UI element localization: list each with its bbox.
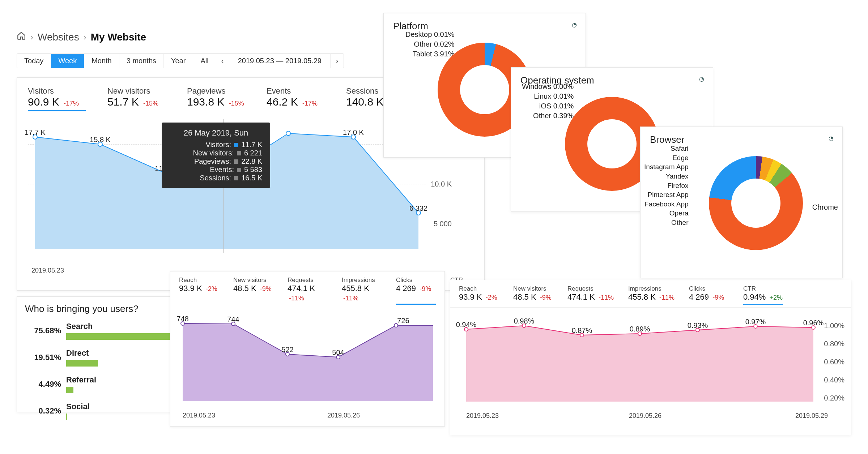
pt-label: 748	[176, 315, 188, 323]
pt-label: 0.96%	[803, 319, 824, 327]
legend-item: Yandex	[644, 172, 689, 181]
breadcrumb: › Websites › My Website	[17, 31, 146, 43]
traffic-row-direct[interactable]: 19.51% Direct	[25, 348, 189, 367]
legend-item: Tablet 3.91%	[405, 49, 455, 59]
clicks-card: Reach 93.9 K -2% New visitors 48.5 K -9%…	[170, 271, 445, 427]
stat-new visitors[interactable]: New visitors 51.7 K -15%	[107, 86, 165, 111]
stat-clicks[interactable]: Clicks 4 269 -9%	[689, 285, 729, 305]
stat-reach[interactable]: Reach 93.9 K -2%	[179, 277, 219, 305]
tab-month[interactable]: Month	[84, 54, 119, 68]
stat-impressions[interactable]: Impressions 455.8 K -11%	[628, 285, 675, 305]
chevron-right-icon: ›	[30, 32, 33, 42]
legend-item: Desktop 0.01%	[405, 30, 455, 39]
stat-new visitors[interactable]: New visitors 48.5 K -9%	[233, 277, 273, 305]
tab-3months[interactable]: 3 months	[119, 54, 164, 68]
x-label: 2019.05.23	[31, 267, 64, 274]
browser-card: Browser ◔ Safari Edge Instagram App Yand…	[640, 127, 843, 278]
legend-item: Other 0.39%	[522, 111, 574, 121]
pt-label: 744	[227, 315, 239, 324]
card-title: Browser	[641, 127, 842, 145]
refresh-icon[interactable]: ◔	[829, 135, 834, 142]
legend-item: Edge	[644, 153, 689, 163]
ctr-card: Reach 93.9 K -2% New visitors 48.5 K -9%…	[450, 280, 851, 435]
legend-item: Linux 0.01%	[522, 91, 574, 101]
x-label: 2019.05.26	[629, 412, 661, 420]
stat-requests[interactable]: Requests 474.1 K -11%	[567, 285, 614, 305]
pt-label: 726	[397, 317, 409, 325]
range-tabs: Today Week Month 3 months Year All ‹ 201…	[17, 53, 344, 68]
tooltip-title: 26 May 2019, Sun	[170, 128, 262, 138]
pt-label: 0.98%	[514, 317, 535, 325]
stat-reach[interactable]: Reach 93.9 K -2%	[459, 285, 499, 305]
stat-visitors[interactable]: Visitors 90.9 K -17%	[28, 86, 86, 111]
y-tick: 5 000	[434, 220, 452, 228]
legend-item: Other 0.02%	[405, 39, 455, 49]
legend-item: iOS 0.01%	[522, 101, 574, 111]
pt-label: 0.97%	[745, 318, 766, 326]
y-tick: 0.80%	[824, 340, 844, 348]
stat-clicks[interactable]: Clicks 4 269 -9%	[396, 277, 436, 305]
pt-label: 522	[281, 346, 293, 354]
stat-row: Reach 93.9 K -2% New visitors 48.5 K -9%…	[170, 271, 444, 307]
tab-week[interactable]: Week	[51, 54, 84, 68]
crumb-websites[interactable]: Websites	[38, 31, 79, 43]
legend-item: Facebook App	[644, 200, 689, 209]
refresh-icon[interactable]: ◔	[699, 76, 704, 82]
y-tick: 10.0 K	[431, 180, 452, 188]
pt-label: 0.87%	[572, 326, 592, 335]
stat-row: Reach 93.9 K -2% New visitors 48.5 K -9%…	[450, 280, 851, 308]
traffic-title: Who is bringing you users?	[25, 303, 189, 314]
legend-item: Opera	[644, 209, 689, 218]
refresh-icon[interactable]: ◔	[572, 21, 577, 28]
x-label: 2019.05.23	[466, 412, 499, 420]
legend-item: Instagram App	[644, 162, 689, 172]
stat-impressions[interactable]: Impressions 455.8 K -11%	[342, 277, 382, 305]
traffic-row-referral[interactable]: 4.49% Referral	[25, 375, 189, 393]
pt-label: 0.89%	[630, 325, 650, 333]
y-tick: 0.20%	[824, 394, 844, 402]
tab-all[interactable]: All	[193, 54, 216, 68]
x-label: 2019.05.29	[795, 412, 828, 420]
clicks-chart[interactable]: 748 744 522 504 726 2019.05.23 2019.05.2…	[179, 311, 436, 419]
chart-tooltip: 26 May 2019, Sun Visitors: 11.7 KNew vis…	[162, 123, 270, 188]
home-icon[interactable]	[17, 31, 26, 43]
legend-item: Safari	[644, 144, 689, 153]
x-label: 2019.05.23	[183, 412, 215, 419]
chevron-right-icon: ›	[84, 32, 86, 42]
stat-pageviews[interactable]: Pageviews 193.8 K -15%	[187, 86, 245, 111]
y-tick: 0.40%	[824, 376, 844, 384]
traffic-row-search[interactable]: 75.68% Search	[25, 322, 189, 340]
traffic-row-social[interactable]: 0.32% Social	[25, 402, 189, 420]
crumb-current[interactable]: My Website	[91, 31, 146, 43]
legend-item: Other	[644, 218, 689, 227]
legend-item: Pinterest App	[644, 190, 689, 200]
browser-donut[interactable]	[709, 156, 803, 250]
y-tick: 1.00%	[824, 322, 844, 330]
ctr-chart[interactable]: 0.94% 0.98% 0.87% 0.89% 0.93% 0.97% 0.96…	[459, 311, 842, 420]
stat-ctr[interactable]: CTR 0.94% +2%	[743, 285, 783, 305]
x-label: 2019.05.26	[327, 412, 360, 419]
date-range[interactable]: 2019.05.23 — 2019.05.29	[229, 54, 331, 68]
svg-point-4	[286, 131, 290, 136]
stat-new visitors[interactable]: New visitors 48.5 K -9%	[513, 285, 553, 305]
pt-label: 6 332	[409, 204, 427, 213]
card-title: Platform	[384, 13, 586, 32]
legend-item: Firefox	[644, 181, 689, 190]
pt-label: 0.94%	[456, 321, 477, 329]
pt-label: 17.0 K	[343, 128, 364, 137]
donut-label: Chrome	[812, 203, 838, 211]
pt-label: 17.7 K	[25, 128, 46, 137]
tab-today[interactable]: Today	[17, 54, 51, 68]
tab-year[interactable]: Year	[164, 54, 193, 68]
stat-requests[interactable]: Requests 474.1 K -11%	[288, 277, 327, 305]
pt-label: 504	[332, 348, 344, 357]
y-tick: 0.60%	[824, 358, 844, 366]
prev-range-button[interactable]: ‹	[216, 54, 229, 68]
pt-label: 15.8 K	[90, 136, 111, 144]
next-range-button[interactable]: ›	[331, 54, 344, 68]
stat-events[interactable]: Events 46.2 K -17%	[267, 86, 324, 111]
legend-item: Windows 0.00%	[522, 82, 574, 91]
pt-label: 0.93%	[688, 321, 708, 330]
